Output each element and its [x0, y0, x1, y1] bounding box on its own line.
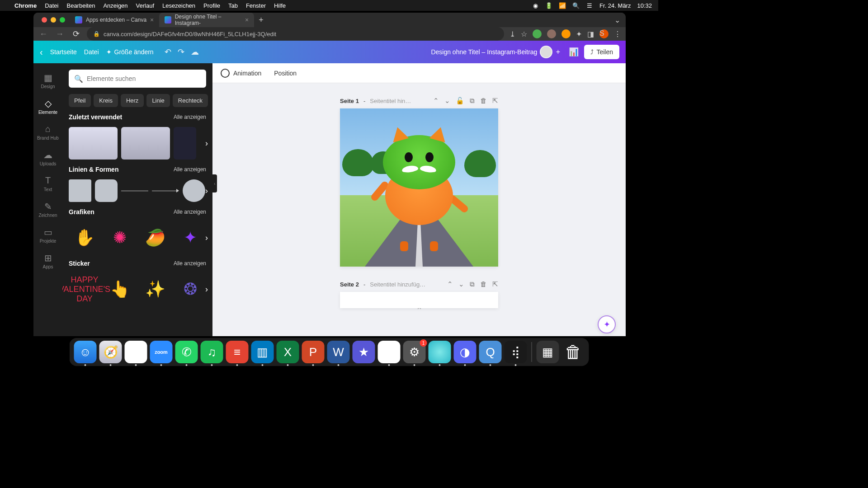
graphic-thumb-2[interactable]: ✺ [104, 222, 136, 253]
wifi-icon[interactable]: 📶 [559, 2, 566, 9]
menu-bearbeiten[interactable]: Bearbeiten [66, 2, 95, 9]
share-button[interactable]: ⤴ Teilen [584, 45, 619, 59]
search-input[interactable] [87, 75, 201, 82]
magic-assist-button[interactable]: ✦ [598, 315, 616, 333]
dock-zoom[interactable]: zoom [150, 341, 173, 363]
position-button[interactable]: Position [274, 70, 297, 77]
browser-tab-1[interactable]: Apps entdecken – Canva × [70, 13, 159, 27]
dock-chrome[interactable]: ◉ [125, 341, 147, 363]
animation-button[interactable]: Animation [221, 69, 261, 78]
show-all-stickers[interactable]: Alle anzeigen [174, 260, 206, 267]
window-close-button[interactable] [42, 17, 47, 23]
control-center-icon[interactable]: ☰ [586, 2, 593, 9]
shape-rounded-square[interactable] [95, 179, 118, 202]
menu-datei[interactable]: Datei [45, 2, 58, 9]
browser-tab-2[interactable]: Design ohne Titel – Instagram- × [159, 13, 254, 27]
rail-design[interactable]: ▦Design [33, 68, 62, 94]
tab-close-icon[interactable]: × [150, 16, 154, 23]
url-field[interactable]: 🔒 canva.com/design/DAFeGfv4mD0/8wNhH46Fi… [87, 27, 504, 41]
nav-reload-button[interactable]: ⟳ [71, 29, 81, 39]
new-tab-button[interactable]: + [254, 15, 268, 25]
sidepanel-icon[interactable]: ◨ [587, 30, 594, 38]
chip-rechteck[interactable]: Rechteck [173, 94, 208, 107]
rail-apps[interactable]: ⊞Apps [33, 248, 62, 274]
shape-arrow-line[interactable] [152, 179, 179, 202]
rail-zeichnen[interactable]: ✎Zeichnen [33, 197, 62, 222]
shape-circle[interactable] [183, 179, 205, 202]
extension-2-icon[interactable] [547, 29, 556, 38]
graphic-thumb-1[interactable]: ✋ [69, 222, 100, 253]
page-duplicate-icon[interactable]: ⧉ [470, 97, 475, 105]
rail-elemente[interactable]: ◇Elemente [33, 94, 62, 119]
redo-button[interactable]: ↷ [178, 47, 184, 57]
dock-whatsapp[interactable]: ✆ [175, 341, 198, 363]
extension-1-icon[interactable] [533, 29, 542, 38]
row-next-icon[interactable]: › [205, 139, 208, 148]
show-all-graphics[interactable]: Alle anzeigen [174, 209, 206, 215]
menu-profile[interactable]: Profile [203, 2, 220, 9]
rail-text[interactable]: TText [33, 171, 62, 197]
extensions-puzzle-icon[interactable]: ✦ [576, 30, 582, 38]
canva-back-icon[interactable]: ‹ [40, 47, 43, 57]
dock-safari[interactable]: 🧭 [99, 341, 122, 363]
elements-search[interactable]: 🔍 [69, 70, 206, 88]
dock-discord[interactable]: ◑ [454, 341, 476, 363]
show-all-lines[interactable]: Alle anzeigen [174, 166, 206, 173]
page-add-icon[interactable]: ⇱ [492, 97, 498, 105]
page-lock-icon[interactable]: 🔓 [456, 97, 464, 105]
tab-overflow-icon[interactable]: ⌄ [614, 16, 626, 24]
dock-spotify[interactable]: ♫ [201, 341, 223, 363]
extension-3-icon[interactable] [561, 29, 571, 38]
chip-linie[interactable]: Linie [146, 94, 170, 107]
resize-button[interactable]: ✦ Größe ändern [106, 48, 154, 56]
bookmark-star-icon[interactable]: ☆ [521, 30, 527, 38]
menubar-app-name[interactable]: Chrome [14, 2, 37, 9]
dock-app-teal[interactable] [429, 341, 451, 363]
profile-avatar-icon[interactable]: S [599, 29, 609, 38]
page-add-icon[interactable]: ⇱ [492, 280, 498, 288]
menu-anzeigen[interactable]: Anzeigen [103, 2, 127, 9]
page-delete-icon[interactable]: 🗑 [480, 280, 487, 288]
menubar-date[interactable]: Fr. 24. März [599, 2, 631, 9]
recent-thumb-1[interactable] [69, 127, 118, 160]
tab-close-icon[interactable]: × [245, 16, 249, 23]
page-expand-down-icon[interactable]: ⌄ [458, 280, 464, 288]
menu-hilfe[interactable]: Hilfe [274, 2, 286, 9]
record-icon[interactable]: ◉ [532, 2, 539, 9]
page-1-title-input[interactable]: Seitentitel hin… [370, 98, 411, 104]
rail-projekte[interactable]: ▭Projekte [33, 222, 62, 248]
rail-brand-hub[interactable]: ⌂Brand Hub [33, 119, 62, 145]
window-minimize-button[interactable] [51, 17, 56, 23]
graphic-thumb-4[interactable]: ✦ [175, 222, 206, 253]
menu-tab[interactable]: Tab [228, 2, 238, 9]
recent-thumb-2[interactable] [121, 127, 170, 160]
dock-trash[interactable]: 🗑 [562, 341, 585, 363]
chip-herz[interactable]: Herz [121, 94, 144, 107]
dock-quicktime[interactable]: Q [479, 341, 502, 363]
dock-mission-control[interactable]: ▦ [537, 341, 559, 363]
recent-thumb-3[interactable] [174, 127, 196, 160]
rail-uploads[interactable]: ☁Uploads [33, 145, 62, 171]
sticker-thumb-2[interactable]: 👆 [104, 273, 136, 305]
add-collaborator-button[interactable]: + [552, 47, 563, 57]
home-button[interactable]: Startseite [50, 48, 77, 56]
sticker-thumb-1[interactable]: HAPPYVALENTINE'SDAY [69, 273, 100, 305]
dock-audio[interactable]: ⢾ [505, 341, 527, 363]
page-2-canvas[interactable] [340, 292, 498, 308]
page-2-title-input[interactable]: Seitentitel hinzufüg… [370, 281, 425, 288]
panel-collapse-handle[interactable]: ‹ [212, 174, 217, 192]
page-delete-icon[interactable]: 🗑 [480, 97, 487, 105]
chip-kreis[interactable]: Kreis [94, 94, 118, 107]
show-all-recent[interactable]: Alle anzeigen [174, 114, 206, 120]
sticker-thumb-3[interactable]: ✨ [139, 273, 171, 305]
page-collapse-up-icon[interactable]: ⌃ [433, 97, 439, 105]
row-next-icon[interactable]: › [205, 186, 208, 196]
row-next-icon[interactable]: › [205, 233, 208, 243]
chip-pfeil[interactable]: Pfeil [69, 94, 91, 107]
dock-word[interactable]: W [327, 341, 350, 363]
battery-icon[interactable]: 🔋 [545, 2, 552, 9]
row-next-icon[interactable]: › [205, 285, 208, 294]
dock-drive[interactable]: ▲ [378, 341, 401, 363]
file-menu-button[interactable]: Datei [84, 48, 99, 56]
canvas-scroll-area[interactable]: Seite 1 - Seitentitel hin… ⌃ ⌄ 🔓 ⧉ 🗑 ⇱ [212, 83, 626, 336]
